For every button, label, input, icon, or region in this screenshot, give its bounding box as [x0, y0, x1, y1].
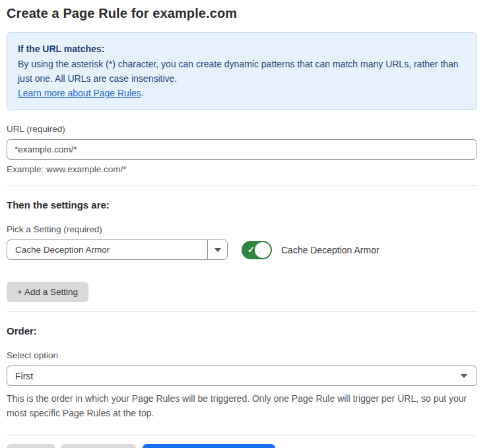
order-select-value: First — [15, 371, 461, 381]
save-and-deploy-button[interactable]: Save and Deploy Page Rule — [143, 444, 276, 448]
pick-setting-label: Pick a Setting (required) — [7, 224, 477, 234]
order-select-label: Select option — [7, 350, 477, 360]
info-box-body: By using the asterisk (*) character, you… — [18, 57, 466, 86]
link-suffix: . — [141, 88, 144, 98]
save-as-draft-button[interactable]: Save as Draft — [61, 444, 136, 448]
setting-toggle-label: Cache Deception Armor — [281, 245, 380, 255]
divider — [7, 311, 477, 312]
setting-select-arrow-button[interactable] — [207, 240, 227, 259]
chevron-down-icon — [461, 374, 467, 378]
toggle-knob — [255, 242, 271, 258]
footer-actions: Cancel Save as Draft Save and Deploy Pag… — [7, 444, 477, 448]
order-helper-text: This is the order in which your Page Rul… — [7, 391, 477, 420]
url-example-text: Example: www.example.com/* — [7, 164, 477, 174]
page-title: Create a Page Rule for example.com — [7, 0, 477, 21]
divider — [7, 435, 477, 436]
order-section-heading: Order: — [7, 325, 477, 336]
check-icon: ✓ — [248, 245, 255, 254]
setting-row: Cache Deception Armor ✓ Cache Deception … — [7, 240, 477, 260]
learn-more-link[interactable]: Learn more about Page Rules — [18, 88, 141, 98]
setting-select[interactable]: Cache Deception Armor — [7, 240, 228, 260]
url-input[interactable] — [7, 139, 477, 160]
order-select[interactable]: First — [7, 366, 477, 386]
url-field-label: URL (required) — [7, 124, 477, 134]
setting-select-value: Cache Deception Armor — [7, 240, 207, 259]
info-box-heading: If the URL matches: — [18, 42, 466, 56]
cancel-button[interactable]: Cancel — [7, 444, 55, 448]
divider — [7, 185, 477, 186]
setting-toggle[interactable]: ✓ — [242, 241, 272, 259]
create-page-rule-page: Create a Page Rule for example.com If th… — [0, 0, 495, 448]
url-match-info-box: If the URL matches: By using the asteris… — [7, 32, 477, 110]
info-box-link-line: Learn more about Page Rules. — [18, 86, 466, 100]
settings-section-heading: Then the settings are: — [7, 199, 477, 210]
add-setting-button[interactable]: + Add a Setting — [7, 282, 88, 302]
chevron-down-icon — [214, 248, 221, 252]
